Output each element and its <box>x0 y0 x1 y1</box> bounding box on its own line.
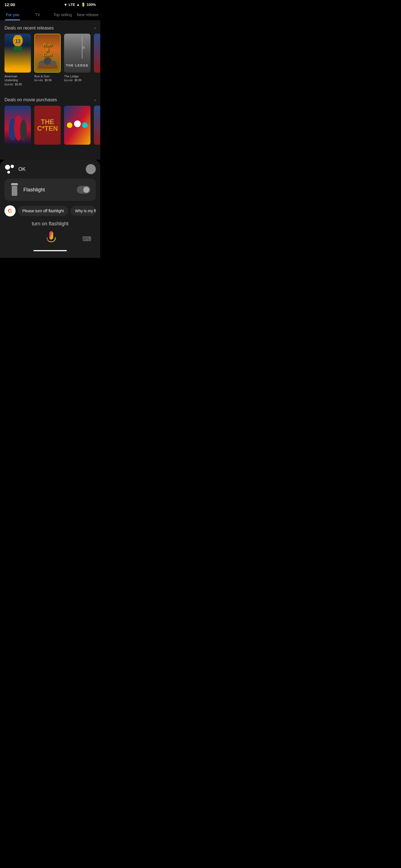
tab-for-you[interactable]: For you <box>0 10 25 20</box>
assistant-branding: OK <box>4 164 26 174</box>
movie-title-au: American Underdog <box>4 74 31 82</box>
voice-query-text: turn on flashlight <box>4 221 96 227</box>
movie-poster-ss <box>64 106 90 145</box>
google-logo: G <box>8 208 12 214</box>
lte-label: LTE <box>68 2 75 7</box>
movie-poster-cf: THEC*TEN <box>34 106 61 145</box>
keyboard-button[interactable]: ⌨ <box>82 235 91 243</box>
home-indicator <box>33 250 67 251</box>
movie-price-au: $19.99 $9.99 <box>4 83 31 86</box>
battery-icon: 🔋 <box>81 2 85 7</box>
flashlight-card: Flashlight <box>4 179 96 201</box>
svg-point-8 <box>82 46 85 49</box>
battery-level: 100% <box>87 2 96 7</box>
movie-card-partial-2 <box>94 106 100 145</box>
svg-rect-17 <box>49 231 53 240</box>
tab-top-selling[interactable]: Top selling <box>50 10 75 20</box>
google-dots-icon <box>4 164 15 174</box>
microphone-icon <box>46 231 57 247</box>
movie-price-rg: $14.99 $9.99 <box>34 79 61 82</box>
movie-poster-au: 13 AMERICANUNDERDOG <box>4 34 31 72</box>
suggestion-why-flashlight[interactable]: Why is my fl <box>70 206 96 216</box>
deals-recent-header: Deals on recent releases › <box>0 21 100 34</box>
svg-rect-6 <box>38 65 57 69</box>
movie-card-partial <box>94 34 100 72</box>
movie-poster-sm <box>4 106 31 145</box>
deals-recent-title: Deals on recent releases <box>4 26 54 31</box>
svg-point-15 <box>74 121 81 127</box>
deals-recent-arrow[interactable]: › <box>94 25 96 31</box>
microphone-button[interactable] <box>44 231 59 247</box>
svg-point-12 <box>20 120 27 141</box>
deals-purchases-arrow[interactable]: › <box>94 97 96 103</box>
suggestion-flashlight-off[interactable]: Please turn off flashlight <box>18 206 68 216</box>
movie-poster-tl: THE LEDGE <box>64 34 90 72</box>
toggle-knob <box>83 187 89 193</box>
status-time: 12:00 <box>4 2 15 7</box>
user-avatar[interactable] <box>86 164 96 174</box>
svg-point-14 <box>67 122 73 128</box>
movie-title-tl: The Ledge <box>64 74 90 78</box>
assistant-overlay: OK Flashlight G Please turn off flashlig… <box>0 160 100 258</box>
deals-recent-movies: 13 AMERICANUNDERDOG American Underdog $1… <box>0 34 100 90</box>
ok-label: OK <box>18 166 26 172</box>
movie-price-tl: $12.99 $9.99 <box>64 79 90 82</box>
movie-title-rg: Run & Gun <box>34 74 61 78</box>
deals-purchases-section: Deals on movie purchases › <box>0 93 100 149</box>
svg-rect-2 <box>13 46 22 52</box>
svg-text:13: 13 <box>15 38 20 44</box>
movie-card-rg[interactable]: Run&Gun Run & Gun $14.99 $9.99 <box>34 34 61 86</box>
svg-point-16 <box>82 122 88 128</box>
movie-card-ss[interactable] <box>64 106 90 145</box>
suggestions-row: G Please turn off flashlight Why is my f… <box>4 205 96 216</box>
assistant-header: OK <box>4 164 96 174</box>
status-bar: 12:00 ▼ LTE ▲ 🔋 100% <box>0 0 100 8</box>
nav-tabs: For you TV Top selling New release <box>0 8 100 21</box>
movie-card-cf[interactable]: THEC*TEN <box>34 106 61 145</box>
google-suggestion-button[interactable]: G <box>4 205 16 216</box>
deals-purchases-movies: THEC*TEN <box>0 106 100 149</box>
deals-purchases-title: Deals on movie purchases <box>4 97 57 102</box>
content-area: Deals on recent releases › 13 AMERICANUN… <box>0 21 100 160</box>
mic-area: ⌨ <box>4 231 96 247</box>
tab-new-release[interactable]: New release <box>75 10 100 20</box>
tab-tv[interactable]: TV <box>25 10 50 20</box>
flashlight-label: Flashlight <box>23 187 73 193</box>
movie-card-tl[interactable]: THE LEDGE The Ledge $12.99 $9.99 <box>64 34 90 86</box>
movie-poster-rg: Run&Gun <box>34 34 61 72</box>
flashlight-icon <box>10 183 19 196</box>
signal-icon: ▲ <box>76 2 80 7</box>
wifi-icon: ▼ <box>63 2 67 7</box>
movie-card-sm[interactable] <box>4 106 31 145</box>
movie-card-au[interactable]: 13 AMERICANUNDERDOG American Underdog $1… <box>4 34 31 86</box>
status-icons: ▼ LTE ▲ 🔋 100% <box>63 2 96 7</box>
deals-purchases-header: Deals on movie purchases › <box>0 93 100 106</box>
flashlight-toggle[interactable] <box>77 186 90 194</box>
